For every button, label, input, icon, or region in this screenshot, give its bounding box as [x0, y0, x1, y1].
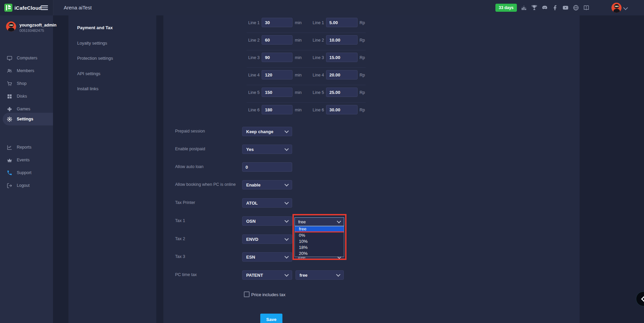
cart-icon: [7, 81, 12, 87]
sidebar-item-events[interactable]: Events: [0, 154, 53, 166]
settings-nav-panel: Payment and Tax Loyalty settings Protect…: [68, 15, 156, 323]
menu-toggle-icon[interactable]: [41, 5, 48, 10]
line-minutes-label: Line 5: [248, 90, 260, 95]
dropdown-option-0[interactable]: 0%: [295, 232, 344, 238]
nav-item-protection-settings[interactable]: Protection settings: [77, 56, 113, 61]
user-avatar[interactable]: [611, 3, 622, 13]
sidebar-item-logout[interactable]: Logout: [0, 179, 53, 192]
pc-time-tax-rate-select[interactable]: free: [296, 270, 344, 280]
line-price-input[interactable]: [326, 35, 358, 45]
allow-auto-loan-input[interactable]: [242, 162, 292, 172]
line-price-input[interactable]: [326, 105, 358, 114]
tax-printer-select[interactable]: ATOL: [242, 198, 292, 208]
payment-and-tax-form: Line 1 min Line 1 Rp Line 2 min Line 2 R…: [163, 15, 580, 323]
nav-item-install-links[interactable]: Install links: [77, 86, 99, 91]
topbar: iCafeCloud Arena aiTest 33 days: [0, 0, 644, 15]
username: youngzsoft_admin: [19, 23, 56, 28]
sidebar: youngzsoft_admin 005193482475 Computers …: [0, 15, 53, 323]
price-unit: Rp: [360, 108, 365, 112]
nav-item-payment-and-tax[interactable]: Payment and Tax: [77, 25, 113, 30]
line-minutes-label: Line 1: [248, 20, 260, 25]
line-minutes-label: Line 3: [248, 55, 260, 60]
select-value: OSN: [246, 219, 256, 224]
dropdown-option-20[interactable]: 20%: [295, 251, 344, 257]
prepaid-session-select[interactable]: Keep change: [242, 127, 292, 136]
discord-icon[interactable]: [541, 4, 548, 11]
minutes-unit: min: [295, 108, 302, 112]
select-value: ENVD: [246, 237, 258, 242]
trophy-icon[interactable]: [531, 4, 538, 11]
windows-icon: [7, 94, 12, 99]
dropdown-option-10[interactable]: 10%: [295, 238, 344, 245]
minutes-unit: min: [295, 55, 302, 60]
sidebar-item-support[interactable]: Support: [0, 166, 53, 179]
line-price-label: Line 3: [313, 55, 324, 60]
tax3-system-select[interactable]: ESN: [242, 252, 292, 262]
chevron-down-icon: [284, 218, 289, 223]
enable-postpaid-select[interactable]: Yes: [242, 145, 292, 154]
gear-icon: [7, 116, 12, 122]
icafecloud-logo-icon[interactable]: [4, 4, 12, 12]
select-value: free: [300, 273, 308, 278]
chevron-down-icon: [284, 182, 289, 186]
allow-booking-select[interactable]: Enable: [242, 180, 292, 190]
license-days-badge[interactable]: 33 days: [495, 4, 517, 12]
line-minutes-input[interactable]: [262, 70, 292, 79]
price-unit: Rp: [360, 20, 365, 25]
phone-icon: [7, 170, 12, 176]
row-divider: [247, 102, 366, 103]
sidebar-item-settings[interactable]: Settings: [3, 113, 53, 125]
cafe-title: Arena aiTest: [64, 5, 92, 10]
dropdown-option-free[interactable]: free: [295, 226, 344, 231]
chevron-down-icon: [337, 219, 341, 223]
nav-item-loyalty-settings[interactable]: Loyalty settings: [77, 41, 107, 46]
chevron-down-icon: [284, 272, 289, 277]
edge-drawer-toggle[interactable]: [636, 291, 644, 306]
line-price-label: Line 6: [313, 108, 324, 112]
nav-item-api-settings[interactable]: API settings: [77, 71, 100, 76]
allow-booking-label: Allow booking when PC is online: [175, 182, 236, 187]
sidebar-item-reports[interactable]: Reports: [0, 141, 53, 154]
account-chevron-down-icon[interactable]: [623, 5, 628, 10]
line-minutes-input[interactable]: [262, 18, 292, 27]
line-minutes-input[interactable]: [262, 53, 292, 62]
tax3-rate-select-partial[interactable]: free: [294, 257, 344, 259]
price-includes-tax-label: Price includes tax: [251, 292, 285, 297]
facebook-icon[interactable]: [552, 4, 558, 11]
price-unit: Rp: [360, 73, 365, 77]
members-icon: [7, 68, 12, 74]
tax1-system-select[interactable]: OSN: [242, 216, 292, 226]
line-price-label: Line 1: [313, 20, 324, 25]
minutes-unit: min: [295, 73, 302, 77]
line-minutes-input[interactable]: [262, 88, 292, 97]
sidebar-item-disks[interactable]: Disks: [0, 90, 53, 103]
minutes-unit: min: [295, 90, 302, 95]
line-price-input[interactable]: [326, 18, 358, 27]
minutes-unit: min: [295, 38, 302, 43]
tax2-system-select[interactable]: ENVD: [242, 234, 292, 244]
chart-icon: [7, 145, 12, 150]
user-block[interactable]: youngzsoft_admin 005193482475: [0, 20, 53, 37]
globe-icon[interactable]: [573, 4, 579, 11]
youtube-icon[interactable]: [562, 4, 569, 11]
ranking-icon[interactable]: [521, 4, 527, 11]
line-price-input[interactable]: [326, 88, 358, 97]
sidebar-item-computers[interactable]: Computers: [0, 52, 53, 64]
guide-book-icon[interactable]: [583, 4, 590, 11]
price-unit: Rp: [360, 55, 365, 60]
select-value: ATOL: [246, 201, 258, 206]
brand-name: iCafeCloud: [14, 5, 42, 11]
sidebar-item-members[interactable]: Members: [0, 64, 53, 77]
price-includes-tax-checkbox[interactable]: [244, 291, 250, 297]
tax1-rate-select-open[interactable]: free: [294, 217, 344, 226]
line-minutes-input[interactable]: [262, 35, 292, 45]
line-price-input[interactable]: [326, 53, 358, 62]
line-price-input[interactable]: [326, 70, 358, 79]
dropdown-option-18[interactable]: 18%: [295, 245, 344, 251]
pc-time-tax-system-select[interactable]: PATENT: [242, 270, 292, 280]
sidebar-item-label: Games: [17, 107, 30, 111]
line-minutes-input[interactable]: [262, 105, 292, 114]
topbar-icon-row: [521, 4, 590, 11]
save-button[interactable]: Save: [260, 314, 282, 323]
sidebar-item-shop[interactable]: Shop: [0, 77, 53, 90]
